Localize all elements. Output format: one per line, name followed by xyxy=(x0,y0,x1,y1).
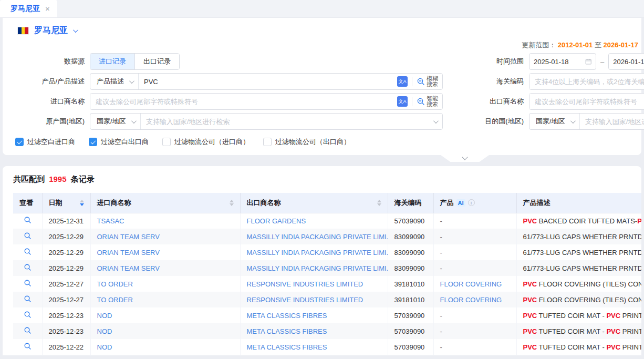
origin-type-select[interactable]: 国家/地区 xyxy=(90,114,141,129)
date-sort-icon[interactable] xyxy=(80,200,84,206)
importer-link[interactable]: NOD xyxy=(90,339,240,355)
filter-blank-exporter[interactable]: 过滤空白出口商 xyxy=(89,137,149,147)
exporter-link[interactable]: META CLASSICS FIBRES xyxy=(240,323,388,339)
destination-input[interactable] xyxy=(580,114,644,129)
filter-blank-importer[interactable]: 过滤空白进口商 xyxy=(15,137,75,147)
importer-link[interactable]: ORIAN TEAM SERV xyxy=(90,244,240,260)
product-cell: - xyxy=(433,339,516,355)
hs-code-cell: 57039090 xyxy=(388,323,433,339)
destination-type-select[interactable]: 国家/地区 xyxy=(529,114,580,129)
tab-title: 罗马尼亚 xyxy=(11,4,40,14)
collapse-filters-button[interactable] xyxy=(441,155,489,162)
view-record-button[interactable] xyxy=(13,229,42,244)
view-record-button[interactable] xyxy=(13,307,42,323)
product-type-select[interactable]: 产品描述 xyxy=(90,74,139,89)
exporter-sort-icon[interactable] xyxy=(377,200,381,206)
tab-close-icon[interactable]: × xyxy=(45,5,50,13)
filter-logistics-exporter[interactable]: 过滤物流公司（出口商） xyxy=(263,137,350,147)
view-record-button[interactable] xyxy=(13,323,42,339)
product-cell: FLOOR COVERING xyxy=(433,276,516,292)
exporter-link[interactable]: RESPONSIVE INDUSTRIES LIMITED xyxy=(240,292,388,307)
date-cell: 2025-12-22 xyxy=(42,339,90,355)
page: 罗马尼亚 × 罗马尼亚 更新范围： 2012-01-01 至 2026-01-1… xyxy=(0,0,644,359)
date-start-input[interactable] xyxy=(534,58,585,66)
filter-checkbox-row: 过滤空白进口商 过滤空白出口商 过滤物流公司（进口商） 过滤物流公司（出口商） xyxy=(3,137,641,147)
country-header[interactable]: 罗马尼亚 xyxy=(3,18,641,40)
importer-link[interactable]: ORIAN TEAM SERV xyxy=(90,260,240,276)
checkbox-icon[interactable] xyxy=(89,138,97,146)
product-desc-cell: 61/773-LUG CAPS WHETHER PRNTD... xyxy=(516,244,641,260)
import-records-tab[interactable]: 进口记录 xyxy=(90,54,134,69)
date-start-field[interactable] xyxy=(529,53,596,70)
product-input[interactable] xyxy=(139,74,393,89)
exporter-link[interactable]: META CLASSICS FIBRES xyxy=(240,307,388,323)
exporter-link[interactable]: MASSILLY INDIA PACKAGING PRIVATE LIMI... xyxy=(240,229,388,244)
smart-search-button[interactable]: 智能搜索 xyxy=(417,96,438,107)
origin-input[interactable] xyxy=(141,114,433,129)
view-magnifier-icon xyxy=(24,216,32,224)
chevron-down-icon[interactable] xyxy=(433,118,439,124)
country-tab[interactable]: 罗马尼亚 × xyxy=(0,0,57,17)
exporter-link[interactable]: META CLASSICS FIBRES xyxy=(240,339,388,355)
importer-link[interactable]: NOD xyxy=(90,307,240,323)
divider xyxy=(412,97,412,106)
product-desc-cell: PVC BACKED COIR TUFTED MATS-P... xyxy=(516,213,641,229)
chevron-down-icon[interactable] xyxy=(73,27,78,33)
time-range-label: 时间范围 xyxy=(469,57,524,66)
info-icon[interactable]: i xyxy=(468,199,475,206)
col-exporter[interactable]: 出口商名称 xyxy=(240,193,388,213)
destination-label: 目的国(地区) xyxy=(469,117,524,126)
checkbox-icon[interactable] xyxy=(162,138,171,146)
importer-input[interactable] xyxy=(90,94,393,109)
fuzzy-search-button[interactable]: 模糊搜索 xyxy=(417,76,438,87)
importer-link[interactable]: TO ORDER xyxy=(90,276,240,292)
product-link[interactable]: FLOOR COVERING xyxy=(440,296,502,304)
col-product: 产品 AI i xyxy=(433,193,516,213)
exporter-link[interactable]: FLOOR GARDENS xyxy=(240,213,388,229)
view-magnifier-icon xyxy=(24,232,32,240)
view-record-button[interactable] xyxy=(13,292,42,307)
filter-logistics-importer[interactable]: 过滤物流公司（进口商） xyxy=(162,137,250,147)
importer-sort-icon[interactable] xyxy=(230,200,234,206)
exporter-input[interactable] xyxy=(529,94,644,109)
chevron-down-icon xyxy=(570,118,576,124)
exporter-link[interactable]: MASSILLY INDIA PACKAGING PRIVATE LIMI... xyxy=(240,244,388,260)
form-row-4: 原产国(地区) 国家/地区 目的国(地区) 国家/地区 xyxy=(3,113,641,130)
col-importer[interactable]: 进口商名称 xyxy=(90,193,240,213)
importer-link[interactable]: TSASAC xyxy=(90,213,240,229)
filter-panel: 罗马尼亚 更新范围： 2012-01-01 至 2026-01-17 数据源 进… xyxy=(3,18,641,155)
export-records-tab[interactable]: 出口记录 xyxy=(134,54,179,69)
hs-code-input[interactable] xyxy=(529,74,644,89)
form-row-2: 产品/产品描述 产品描述 文A 模糊搜索 xyxy=(3,73,641,90)
product-desc-cell: PVC TUFTED COIR MAT - PVC PRINT... xyxy=(516,307,641,323)
importer-link[interactable]: ORIAN TEAM SERV xyxy=(90,229,240,244)
translate-icon[interactable]: 文A xyxy=(397,76,408,87)
checkbox-label: 过滤物流公司（出口商） xyxy=(275,137,350,147)
view-record-button[interactable] xyxy=(13,276,42,292)
col-hs-code: 海关编码 xyxy=(388,193,433,213)
view-record-button[interactable] xyxy=(13,260,42,276)
checkbox-icon[interactable] xyxy=(263,138,272,146)
translate-icon[interactable]: 文A xyxy=(397,96,408,107)
view-record-button[interactable] xyxy=(13,244,42,260)
date-end-field[interactable] xyxy=(608,53,644,70)
date-cell: 2025-12-29 xyxy=(42,244,90,260)
view-record-button[interactable] xyxy=(13,213,42,229)
table-row: 2025-12-23 NOD META CLASSICS FIBRES 5703… xyxy=(13,307,641,323)
view-record-button[interactable] xyxy=(13,339,42,355)
hs-code-cell: 39181010 xyxy=(388,276,433,292)
exporter-link[interactable]: RESPONSIVE INDUSTRIES LIMITED xyxy=(240,276,388,292)
table-row: 2025-12-29 ORIAN TEAM SERV MASSILLY INDI… xyxy=(13,260,641,276)
product-link[interactable]: FLOOR COVERING xyxy=(440,280,502,288)
col-date[interactable]: 日期 xyxy=(42,193,90,213)
date-cell: 2025-12-27 xyxy=(42,292,90,307)
exporter-link[interactable]: MASSILLY INDIA PACKAGING PRIVATE LIMI... xyxy=(240,260,388,276)
hs-code-cell: 39181010 xyxy=(388,292,433,307)
importer-link[interactable]: NOD xyxy=(90,323,240,339)
product-desc-cell: PVC FLOOR COVERING (TILES) CONT... xyxy=(516,292,641,307)
product-desc-cell: PVC TUFTED COIR MAT - PVC PRINT... xyxy=(516,339,641,355)
date-end-input[interactable] xyxy=(613,58,644,66)
importer-link[interactable]: TO ORDER xyxy=(90,292,240,307)
date-cell: 2025-12-23 xyxy=(42,307,90,323)
checkbox-icon[interactable] xyxy=(15,138,24,146)
